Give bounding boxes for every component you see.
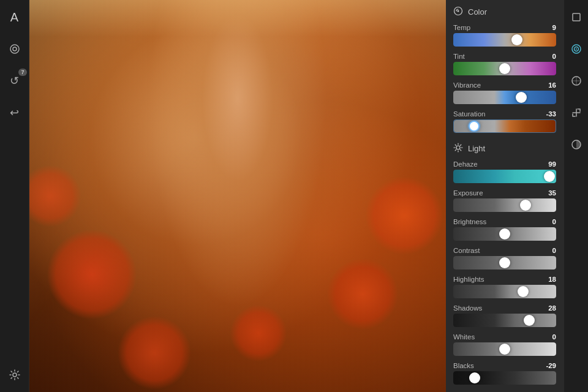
contrast-slider-row: Contrast 0 xyxy=(446,244,564,272)
highlights-slider-row: Highlights 18 xyxy=(446,273,564,301)
saturation-label: Saturation xyxy=(453,110,485,118)
svg-point-16 xyxy=(576,48,577,50)
highlights-label: Highlights xyxy=(453,276,484,283)
temp-value: 9 xyxy=(552,24,556,31)
highlights-value: 18 xyxy=(548,276,556,283)
contrast-value: 0 xyxy=(552,247,556,254)
svg-point-0 xyxy=(10,45,19,53)
history-badge: 7 xyxy=(18,69,26,76)
exposure-slider-row: Exposure 35 xyxy=(446,187,564,214)
tint-slider[interactable] xyxy=(453,62,556,75)
svg-point-3 xyxy=(458,10,459,12)
crop-icon[interactable] xyxy=(567,7,586,27)
shadows-slider-row: Shadows 28 xyxy=(446,302,564,330)
saturation-value: -33 xyxy=(546,110,556,118)
panel-wrapper: Color Temp 9 Tint 0 xyxy=(446,0,588,392)
saturation-slider-row: Saturation -33 xyxy=(446,108,564,135)
color-section-header: Color xyxy=(446,0,564,21)
image-area xyxy=(29,0,446,392)
brightness-value: 0 xyxy=(552,218,556,225)
mask-icon[interactable] xyxy=(567,135,586,154)
svg-line-10 xyxy=(461,150,461,151)
shadows-value: 28 xyxy=(548,304,556,312)
svg-point-4 xyxy=(456,146,460,149)
saturation-slider[interactable] xyxy=(453,119,556,133)
svg-rect-13 xyxy=(573,13,580,21)
filter-icon[interactable] xyxy=(567,71,586,91)
exposure-slider[interactable] xyxy=(453,198,556,212)
light-section-label: Light xyxy=(468,144,485,153)
whites-label: Whites xyxy=(453,333,475,341)
shadows-label: Shadows xyxy=(453,304,482,312)
color-section-label: Color xyxy=(468,7,487,17)
blacks-label: Blacks xyxy=(453,362,474,369)
highlights-slider[interactable] xyxy=(453,285,556,298)
exposure-label: Exposure xyxy=(453,189,483,197)
svg-line-12 xyxy=(455,150,456,151)
dehaze-label: Dehaze xyxy=(453,160,478,168)
whites-value: 0 xyxy=(552,333,556,341)
temp-slider-row: Temp 9 xyxy=(446,21,564,49)
blacks-slider-row: Blacks -29 xyxy=(446,360,564,387)
blacks-slider[interactable] xyxy=(453,371,556,385)
whites-slider-row: Whites 0 xyxy=(446,331,564,358)
svg-line-9 xyxy=(455,145,456,145)
adjust-icon[interactable] xyxy=(567,39,586,59)
undo-tool[interactable]: ↩ xyxy=(5,103,24,123)
dehaze-slider-row: Dehaze 99 xyxy=(446,158,564,186)
exposure-value: 35 xyxy=(548,189,556,197)
vibrance-label: Vibrance xyxy=(453,81,481,89)
svg-line-11 xyxy=(461,145,461,145)
tint-label: Tint xyxy=(453,53,465,60)
dehaze-value: 99 xyxy=(548,160,556,168)
light-section-header: Light xyxy=(446,137,564,158)
settings-tool[interactable] xyxy=(5,365,24,385)
temp-slider[interactable] xyxy=(453,33,556,47)
whites-slider[interactable] xyxy=(453,342,556,356)
right-icons-panel xyxy=(564,0,588,392)
vibrance-slider[interactable] xyxy=(453,91,556,104)
temp-label: Temp xyxy=(453,24,470,31)
light-section-icon xyxy=(453,143,463,154)
vibrance-value: 16 xyxy=(548,81,556,89)
right-panel: Color Temp 9 Tint 0 xyxy=(446,0,564,392)
contrast-slider[interactable] xyxy=(453,256,556,270)
svg-point-1 xyxy=(13,47,17,51)
vibrance-slider-row: Vibrance 16 xyxy=(446,79,564,107)
color-section-icon xyxy=(453,6,463,18)
brightness-slider-row: Brightness 0 xyxy=(446,216,564,243)
svg-point-2 xyxy=(13,373,17,377)
tint-value: 0 xyxy=(552,53,556,60)
tint-slider-row: Tint 0 xyxy=(446,50,564,78)
resize-icon[interactable] xyxy=(567,103,586,123)
left-toolbar: A ↺ 7 ↩ xyxy=(0,0,29,392)
history-tool[interactable]: ↺ 7 xyxy=(5,71,24,91)
blacks-value: -29 xyxy=(546,362,556,369)
shadows-slider[interactable] xyxy=(453,314,556,327)
contrast-label: Contrast xyxy=(453,247,480,254)
text-tool[interactable]: A xyxy=(5,7,24,27)
brightness-label: Brightness xyxy=(453,218,486,225)
dehaze-slider[interactable] xyxy=(453,170,556,183)
brush-tool[interactable] xyxy=(5,39,24,59)
brightness-slider[interactable] xyxy=(453,227,556,241)
